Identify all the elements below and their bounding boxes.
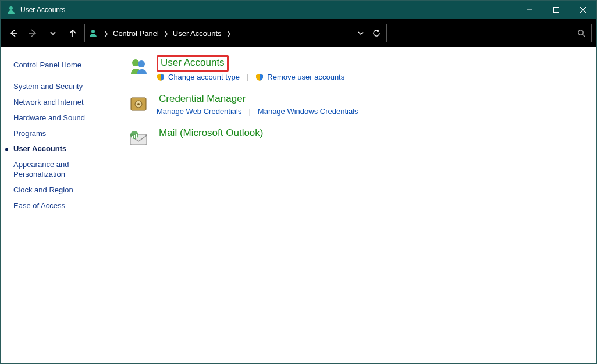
shield-icon [255,73,264,81]
link-manage-windows-credentials[interactable]: Manage Windows Credentials [258,107,358,116]
svg-point-10 [132,59,139,66]
sidebar-item-system-security[interactable]: System and Security [13,79,111,95]
address-bar[interactable]: ❯ Control Panel ❯ User Accounts ❯ [84,24,387,42]
back-button[interactable] [5,25,22,41]
breadcrumb-current[interactable]: User Accounts [172,29,223,38]
chevron-right-icon[interactable]: ❯ [223,30,234,37]
minimize-button[interactable] [516,1,543,19]
category-mail: Mail (Microsoft Outlook) [129,127,585,148]
content-area: Control Panel Home System and Security N… [1,47,596,363]
svg-point-7 [91,30,95,33]
titlebar: User Accounts [1,1,596,19]
category-title-credential-manager[interactable]: Credential Manager [157,93,248,106]
divider: | [244,107,255,116]
toolbar: ❯ Control Panel ❯ User Accounts ❯ [1,19,596,47]
up-button[interactable] [65,25,81,41]
forward-button[interactable] [25,25,41,41]
recent-locations-button[interactable] [45,25,61,41]
sidebar-item-clock-region[interactable]: Clock and Region [13,183,111,198]
category-title-mail[interactable]: Mail (Microsoft Outlook) [157,127,265,140]
svg-point-8 [578,30,583,35]
people-icon [129,56,148,76]
close-button[interactable] [570,1,596,19]
search-icon [577,29,585,37]
sidebar-item-hardware-sound[interactable]: Hardware and Sound [13,110,111,126]
svg-rect-17 [132,136,133,138]
svg-rect-18 [134,135,135,138]
link-remove-user-accounts[interactable]: Remove user accounts [267,73,344,81]
link-change-account-type[interactable]: Change account type [168,73,240,81]
sidebar-item-network-internet[interactable]: Network and Internet [13,95,111,110]
svg-line-9 [582,34,585,37]
user-icon [6,5,16,15]
vault-icon [129,94,148,114]
divider: | [242,73,253,81]
sidebar-item-user-accounts[interactable]: User Accounts [13,141,111,157]
svg-point-11 [138,60,145,67]
category-user-accounts: User Accounts Change account type | Remo… [129,55,585,81]
sidebar: Control Panel Home System and Security N… [1,47,117,363]
category-credential-manager: Credential Manager Manage Web Credential… [129,93,585,116]
svg-point-14 [137,103,140,105]
sidebar-item-appearance[interactable]: Appearance and Personalization [13,157,111,183]
refresh-icon[interactable] [372,29,381,37]
window-title: User Accounts [20,6,65,14]
svg-rect-19 [136,134,137,138]
svg-rect-2 [554,8,559,13]
svg-point-0 [9,6,13,10]
chevron-right-icon[interactable]: ❯ [160,30,172,37]
breadcrumb-root[interactable]: Control Panel [112,29,160,38]
chevron-down-icon[interactable] [357,30,364,37]
maximize-button[interactable] [543,1,570,19]
category-title-user-accounts[interactable]: User Accounts [157,55,229,72]
shield-icon [157,73,165,81]
link-manage-web-credentials[interactable]: Manage Web Credentials [157,107,241,116]
user-icon [88,28,98,38]
main-panel: User Accounts Change account type | Remo… [117,47,596,363]
chevron-right-icon[interactable]: ❯ [100,30,112,37]
sidebar-home[interactable]: Control Panel Home [13,58,111,73]
mail-icon [129,129,148,148]
search-input[interactable] [400,24,592,42]
sidebar-item-ease-access[interactable]: Ease of Access [13,198,111,214]
sidebar-item-programs[interactable]: Programs [13,126,111,142]
